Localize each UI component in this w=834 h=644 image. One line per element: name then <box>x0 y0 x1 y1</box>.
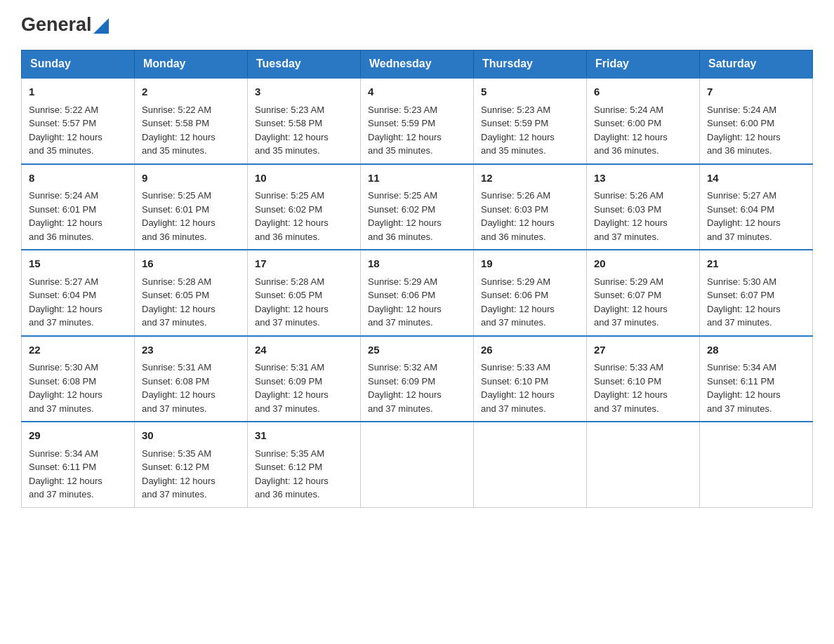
sunset-label: Sunset: 6:10 PM <box>594 376 661 387</box>
calendar-week-row: 8 Sunrise: 5:24 AM Sunset: 6:01 PM Dayli… <box>22 164 813 250</box>
day-number: 2 <box>142 84 240 100</box>
daylight-minutes: and 37 minutes. <box>594 232 659 242</box>
sunset-label: Sunset: 5:59 PM <box>368 118 435 128</box>
calendar-cell: 31 Sunrise: 5:35 AM Sunset: 6:12 PM Dayl… <box>248 422 361 507</box>
sunrise-label: Sunrise: 5:24 AM <box>594 105 663 115</box>
daylight-label: Daylight: 12 hours <box>594 389 668 400</box>
calendar-cell: 8 Sunrise: 5:24 AM Sunset: 6:01 PM Dayli… <box>22 164 135 250</box>
day-number: 11 <box>368 170 466 187</box>
day-number: 18 <box>368 256 466 272</box>
daylight-minutes: and 35 minutes. <box>481 145 546 156</box>
sunset-label: Sunset: 6:03 PM <box>594 204 661 215</box>
daylight-label: Daylight: 12 hours <box>368 389 442 400</box>
sunrise-label: Sunrise: 5:30 AM <box>707 276 776 287</box>
sunset-label: Sunset: 6:00 PM <box>594 118 661 128</box>
sunset-label: Sunset: 6:06 PM <box>368 290 435 300</box>
sunset-label: Sunset: 6:11 PM <box>707 376 774 387</box>
daylight-label: Daylight: 12 hours <box>29 132 102 142</box>
sunrise-label: Sunrise: 5:26 AM <box>481 190 550 201</box>
sunrise-label: Sunrise: 5:31 AM <box>142 362 211 373</box>
daylight-minutes: and 35 minutes. <box>142 145 207 156</box>
sunset-label: Sunset: 5:58 PM <box>255 118 322 128</box>
day-number: 19 <box>481 256 579 272</box>
day-number: 1 <box>29 84 127 100</box>
daylight-label: Daylight: 12 hours <box>481 304 555 314</box>
sunrise-label: Sunrise: 5:34 AM <box>29 448 98 459</box>
calendar-week-row: 15 Sunrise: 5:27 AM Sunset: 6:04 PM Dayl… <box>22 250 813 336</box>
sunrise-label: Sunrise: 5:32 AM <box>368 362 437 373</box>
sunset-label: Sunset: 6:00 PM <box>707 118 774 128</box>
sunset-label: Sunset: 6:09 PM <box>368 376 435 387</box>
sunset-label: Sunset: 5:57 PM <box>29 118 96 128</box>
calendar-week-row: 29 Sunrise: 5:34 AM Sunset: 6:11 PM Dayl… <box>22 422 813 507</box>
sunrise-label: Sunrise: 5:27 AM <box>29 276 98 287</box>
daylight-minutes: and 37 minutes. <box>368 403 433 414</box>
daylight-minutes: and 37 minutes. <box>142 489 207 499</box>
sunrise-label: Sunrise: 5:30 AM <box>29 362 98 373</box>
calendar-cell: 17 Sunrise: 5:28 AM Sunset: 6:05 PM Dayl… <box>248 250 361 336</box>
sunrise-label: Sunrise: 5:27 AM <box>707 190 776 201</box>
daylight-minutes: and 37 minutes. <box>29 489 94 499</box>
sunset-label: Sunset: 6:01 PM <box>29 204 96 215</box>
daylight-minutes: and 35 minutes. <box>255 145 320 156</box>
daylight-minutes: and 36 minutes. <box>368 232 433 242</box>
daylight-minutes: and 37 minutes. <box>255 317 320 328</box>
daylight-minutes: and 36 minutes. <box>142 232 207 242</box>
daylight-minutes: and 37 minutes. <box>707 232 772 242</box>
column-header-monday: Monday <box>135 51 248 79</box>
daylight-label: Daylight: 12 hours <box>707 217 781 228</box>
calendar-header-row: SundayMondayTuesdayWednesdayThursdayFrid… <box>22 51 813 79</box>
calendar-cell: 14 Sunrise: 5:27 AM Sunset: 6:04 PM Dayl… <box>700 164 813 250</box>
daylight-minutes: and 37 minutes. <box>29 403 94 414</box>
daylight-label: Daylight: 12 hours <box>594 132 668 142</box>
column-header-thursday: Thursday <box>474 51 587 79</box>
sunset-label: Sunset: 6:12 PM <box>255 462 322 472</box>
sunset-label: Sunset: 6:03 PM <box>481 204 548 215</box>
sunset-label: Sunset: 6:10 PM <box>481 376 548 387</box>
sunrise-label: Sunrise: 5:25 AM <box>368 190 437 201</box>
daylight-minutes: and 37 minutes. <box>368 317 433 328</box>
sunrise-label: Sunrise: 5:35 AM <box>255 448 324 459</box>
day-number: 28 <box>707 342 805 358</box>
day-number: 21 <box>707 256 805 272</box>
sunset-label: Sunset: 6:01 PM <box>142 204 209 215</box>
calendar-cell: 4 Sunrise: 5:23 AM Sunset: 5:59 PM Dayli… <box>361 78 474 164</box>
sunrise-label: Sunrise: 5:26 AM <box>594 190 663 201</box>
sunrise-label: Sunrise: 5:24 AM <box>707 105 776 115</box>
sunrise-label: Sunrise: 5:29 AM <box>481 276 550 287</box>
daylight-label: Daylight: 12 hours <box>481 389 555 400</box>
calendar-cell: 28 Sunrise: 5:34 AM Sunset: 6:11 PM Dayl… <box>700 336 813 422</box>
calendar-cell: 1 Sunrise: 5:22 AM Sunset: 5:57 PM Dayli… <box>22 78 135 164</box>
day-number: 5 <box>481 84 579 100</box>
sunrise-label: Sunrise: 5:23 AM <box>255 105 324 115</box>
daylight-minutes: and 37 minutes. <box>707 317 772 328</box>
daylight-label: Daylight: 12 hours <box>142 217 216 228</box>
daylight-label: Daylight: 12 hours <box>142 389 216 400</box>
daylight-label: Daylight: 12 hours <box>255 476 329 486</box>
day-number: 4 <box>368 84 466 100</box>
daylight-label: Daylight: 12 hours <box>255 217 329 228</box>
svg-marker-0 <box>93 18 109 34</box>
sunset-label: Sunset: 5:58 PM <box>142 118 209 128</box>
daylight-minutes: and 37 minutes. <box>707 403 772 414</box>
logo: General <box>21 14 109 36</box>
sunset-label: Sunset: 6:09 PM <box>255 376 322 387</box>
day-number: 24 <box>255 342 353 358</box>
day-number: 16 <box>142 256 240 272</box>
sunrise-label: Sunrise: 5:33 AM <box>481 362 550 373</box>
calendar-cell: 23 Sunrise: 5:31 AM Sunset: 6:08 PM Dayl… <box>135 336 248 422</box>
daylight-minutes: and 37 minutes. <box>142 403 207 414</box>
daylight-minutes: and 36 minutes. <box>481 232 546 242</box>
column-header-sunday: Sunday <box>22 51 135 79</box>
sunrise-label: Sunrise: 5:28 AM <box>255 276 324 287</box>
sunrise-label: Sunrise: 5:23 AM <box>368 105 437 115</box>
sunset-label: Sunset: 6:06 PM <box>481 290 548 300</box>
day-number: 26 <box>481 342 579 358</box>
sunset-label: Sunset: 6:08 PM <box>29 376 96 387</box>
daylight-label: Daylight: 12 hours <box>29 217 102 228</box>
calendar-cell: 22 Sunrise: 5:30 AM Sunset: 6:08 PM Dayl… <box>22 336 135 422</box>
day-number: 27 <box>594 342 692 358</box>
daylight-label: Daylight: 12 hours <box>142 132 216 142</box>
calendar-cell: 20 Sunrise: 5:29 AM Sunset: 6:07 PM Dayl… <box>587 250 700 336</box>
calendar-cell: 16 Sunrise: 5:28 AM Sunset: 6:05 PM Dayl… <box>135 250 248 336</box>
